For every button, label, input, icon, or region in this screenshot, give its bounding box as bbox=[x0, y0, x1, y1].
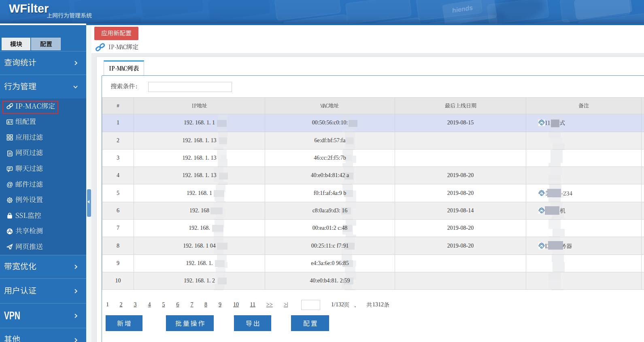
svg-text:@: @ bbox=[6, 181, 13, 188]
